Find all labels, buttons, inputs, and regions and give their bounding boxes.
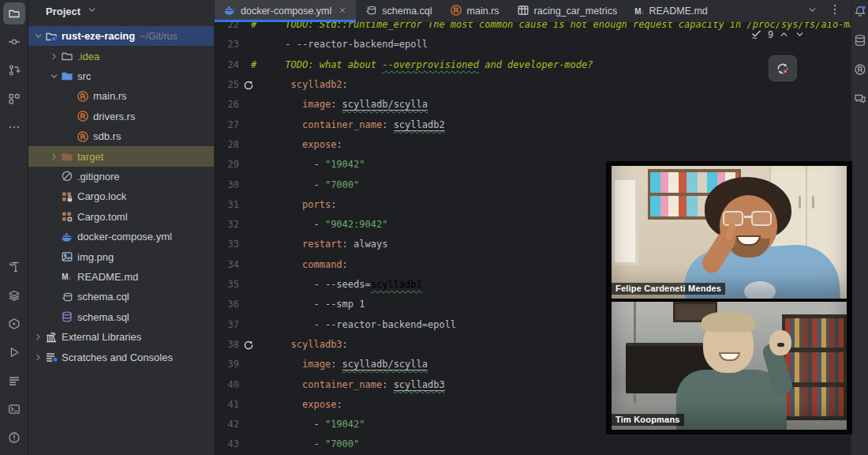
code-line-25[interactable]: 25 scylladb2: xyxy=(215,75,851,95)
line-number: 23 xyxy=(215,35,239,55)
tree-item-label: sdb.rs xyxy=(93,130,121,142)
tab-list-chevron-down-icon[interactable] xyxy=(807,4,817,18)
tree-item-External Libraries[interactable]: External Libraries xyxy=(28,327,214,347)
tool-button-run[interactable] xyxy=(3,341,25,363)
markdown-icon: M↓ xyxy=(634,6,644,17)
line-number: 39 xyxy=(215,355,239,374)
docker-icon xyxy=(223,4,236,19)
project-tool-header[interactable]: Project xyxy=(28,0,215,22)
next-problem-chevron-down-icon[interactable] xyxy=(795,29,805,39)
tree-item-src[interactable]: src xyxy=(28,66,214,86)
chevron-down-icon[interactable] xyxy=(32,31,44,41)
code-text: - "7000" xyxy=(251,175,359,195)
editor-tab-schema.cql[interactable]: schema.cql xyxy=(356,0,440,22)
cargo-toml-icon xyxy=(60,210,73,223)
tree-item-docker-compose.yml[interactable]: docker-compose.yml xyxy=(28,227,214,246)
tool-button-ai-chat[interactable] xyxy=(854,92,866,108)
tool-button-problems[interactable] xyxy=(3,427,25,449)
tool-button-structure[interactable] xyxy=(3,88,25,110)
project-path: ~/Git/rus xyxy=(140,31,178,42)
code-line-24[interactable]: 24# TODO: what about --overprovisioned a… xyxy=(215,55,851,75)
chevron-right-icon[interactable] xyxy=(32,352,44,363)
code-text: container_name: scylladb2 xyxy=(251,115,445,135)
tool-button-pull-requests[interactable] xyxy=(3,59,25,81)
tree-item-Cargo.toml[interactable]: Cargo.toml xyxy=(28,207,214,227)
tree-item-drivers.rs[interactable]: drivers.rs xyxy=(28,107,214,126)
code-line-43[interactable]: 43 - "7000" xyxy=(215,434,851,454)
close-icon[interactable] xyxy=(338,6,347,17)
line-number: 33 xyxy=(215,235,239,254)
tree-item-img.png[interactable]: img.png xyxy=(28,246,214,266)
restart-service-button[interactable] xyxy=(769,55,797,81)
project-header-title: Project xyxy=(46,6,80,17)
tool-button-database[interactable] xyxy=(854,34,866,50)
pull-requests-icon xyxy=(8,64,21,77)
database-icon xyxy=(854,36,866,49)
tree-item-target[interactable]: target xyxy=(28,146,214,166)
tree-item-Cargo.lock[interactable]: Cargo.lock xyxy=(28,186,214,206)
tree-item-README.md[interactable]: M↓README.md xyxy=(28,267,214,287)
notifications-icon xyxy=(854,6,866,20)
right-tool-bar xyxy=(851,0,868,455)
chevron-right-icon[interactable] xyxy=(32,332,44,342)
line-number: 27 xyxy=(215,115,239,135)
chevron-right-icon[interactable] xyxy=(47,51,60,62)
webcam-felipe: Felipe Cardeneti Mendes xyxy=(612,166,847,299)
more-options-kebab-icon[interactable] xyxy=(829,3,841,19)
editor-tab-main.rs[interactable]: main.rs xyxy=(441,0,508,22)
rust-file-icon xyxy=(76,110,89,122)
tool-button-rust[interactable] xyxy=(854,63,866,79)
tool-button-todo[interactable] xyxy=(3,370,25,392)
code-text: - --smp 1 xyxy=(251,295,365,314)
image-icon xyxy=(60,250,73,263)
tool-button-more[interactable] xyxy=(3,116,25,138)
build-icon xyxy=(8,261,21,273)
tab-label: docker-compose.yml xyxy=(241,6,331,17)
tool-button-commit[interactable] xyxy=(3,31,25,53)
chevron-down-icon[interactable] xyxy=(47,71,60,81)
tree-item-.gitignore[interactable]: .gitignore xyxy=(28,167,214,186)
tree-item-main.rs[interactable]: main.rs xyxy=(28,86,214,106)
tree-item-Scratches and Consoles[interactable]: Scratches and Consoles xyxy=(28,347,214,367)
inspections-widget[interactable]: 9 xyxy=(750,28,805,40)
editor-tab-README.md[interactable]: M↓README.md xyxy=(626,0,716,22)
editor-tab-racing_car_metrics[interactable]: racing_car_metrics xyxy=(508,0,627,22)
participant-name-label: Tim Koopmans xyxy=(612,414,684,426)
markdown-icon: M↓ xyxy=(60,270,73,283)
tool-button-terminal[interactable] xyxy=(3,398,25,420)
inspection-count: 9 xyxy=(768,29,773,40)
todo-icon xyxy=(8,374,21,387)
tree-item-rust-eze-racing[interactable]: rust-eze-racing~/Git/rus xyxy=(28,26,214,46)
commit-icon xyxy=(8,36,21,48)
line-number: 25 xyxy=(215,75,239,95)
tool-button-run-configs[interactable] xyxy=(3,313,25,335)
code-text: image: scylladb/scylla xyxy=(251,355,428,374)
run-configs-icon xyxy=(8,318,21,330)
prev-problem-chevron-up-icon[interactable] xyxy=(779,29,789,39)
tree-item-sdb.rs[interactable]: sdb.rs xyxy=(28,126,214,146)
code-line-27[interactable]: 27 container_name: scylladb2 xyxy=(215,115,851,135)
folder-excluded-icon xyxy=(60,150,73,163)
line-number: 38 xyxy=(215,335,239,355)
code-text: - "7000" xyxy=(251,434,359,454)
chevron-down-icon[interactable] xyxy=(87,5,97,17)
tree-item-.idea[interactable]: .idea xyxy=(28,46,214,66)
tool-button-services[interactable] xyxy=(3,284,25,306)
tree-item-schema.sql[interactable]: schema.sql xyxy=(28,307,214,327)
tool-button-build[interactable] xyxy=(3,256,25,278)
tree-item-label: target xyxy=(77,151,103,163)
problems-icon xyxy=(8,431,21,444)
code-text: # TODO: what about --overprovisioned and… xyxy=(251,55,593,75)
editor-tab-docker-compose.yml[interactable]: docker-compose.yml xyxy=(215,0,356,22)
tree-item-schema.cql[interactable]: schema.cql xyxy=(28,287,214,306)
chevron-right-icon[interactable] xyxy=(47,152,60,162)
code-text: - "19042" xyxy=(251,155,365,175)
line-number: 42 xyxy=(215,415,239,434)
tool-button-project[interactable] xyxy=(3,2,25,24)
code-line-28[interactable]: 28 expose: xyxy=(215,135,851,155)
tree-item-label: docker-compose.yml xyxy=(77,231,172,243)
structure-icon xyxy=(8,92,21,105)
table-icon xyxy=(517,4,529,19)
code-line-26[interactable]: 26 image: scylladb/scylla xyxy=(215,95,851,115)
tool-button-notifications[interactable] xyxy=(854,5,866,21)
